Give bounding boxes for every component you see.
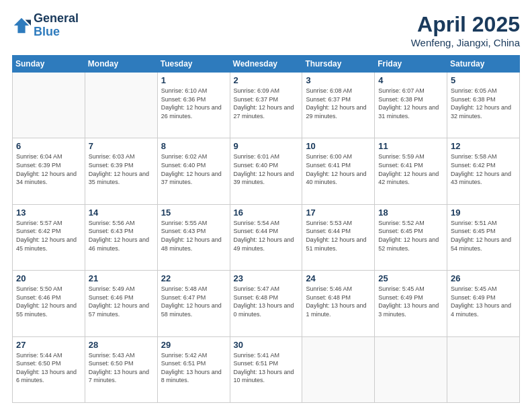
- calendar-location: Wenfeng, Jiangxi, China: [411, 37, 520, 48]
- calendar-cell: 13Sunrise: 5:57 AM Sunset: 6:42 PM Dayli…: [13, 204, 85, 270]
- calendar-cell: [447, 336, 520, 402]
- day-info: Sunrise: 5:49 AM Sunset: 6:46 PM Dayligh…: [89, 285, 154, 318]
- calendar-week-2: 6Sunrise: 6:04 AM Sunset: 6:39 PM Daylig…: [13, 138, 520, 204]
- day-info: Sunrise: 5:55 AM Sunset: 6:43 PM Dayligh…: [161, 219, 226, 253]
- calendar-week-4: 20Sunrise: 5:50 AM Sunset: 6:46 PM Dayli…: [13, 271, 520, 336]
- day-number: 21: [89, 273, 154, 283]
- calendar-cell: 22Sunrise: 5:48 AM Sunset: 6:47 PM Dayli…: [157, 271, 230, 336]
- day-number: 5: [451, 75, 516, 85]
- day-number: 7: [89, 141, 154, 151]
- calendar-cell: 7Sunrise: 6:03 AM Sunset: 6:39 PM Daylig…: [85, 138, 157, 204]
- calendar-cell: 23Sunrise: 5:47 AM Sunset: 6:48 PM Dayli…: [230, 271, 302, 336]
- day-info: Sunrise: 5:44 AM Sunset: 6:50 PM Dayligh…: [16, 351, 81, 385]
- calendar-cell: 14Sunrise: 5:56 AM Sunset: 6:43 PM Dayli…: [85, 204, 157, 270]
- day-number: 12: [451, 141, 516, 151]
- col-wednesday: Wednesday: [230, 56, 302, 73]
- day-number: 18: [378, 208, 443, 218]
- calendar-cell: 20Sunrise: 5:50 AM Sunset: 6:46 PM Dayli…: [13, 271, 85, 336]
- calendar-cell: 15Sunrise: 5:55 AM Sunset: 6:43 PM Dayli…: [157, 204, 230, 270]
- day-number: 24: [306, 273, 371, 283]
- day-number: 29: [161, 340, 226, 350]
- calendar-week-3: 13Sunrise: 5:57 AM Sunset: 6:42 PM Dayli…: [13, 204, 520, 270]
- day-number: 27: [16, 340, 81, 350]
- calendar-cell: 8Sunrise: 6:02 AM Sunset: 6:40 PM Daylig…: [157, 138, 230, 204]
- day-number: 17: [306, 208, 371, 218]
- day-number: 10: [306, 141, 371, 151]
- day-number: 11: [378, 141, 443, 151]
- header: General Blue April 2025 Wenfeng, Jiangxi…: [12, 12, 520, 48]
- day-info: Sunrise: 5:59 AM Sunset: 6:41 PM Dayligh…: [378, 152, 443, 186]
- day-number: 23: [234, 273, 299, 283]
- calendar-cell: 29Sunrise: 5:42 AM Sunset: 6:51 PM Dayli…: [157, 336, 230, 402]
- day-number: 22: [161, 273, 226, 283]
- day-number: 2: [234, 75, 299, 85]
- calendar-cell: 24Sunrise: 5:46 AM Sunset: 6:48 PM Dayli…: [302, 271, 375, 336]
- day-info: Sunrise: 5:46 AM Sunset: 6:48 PM Dayligh…: [306, 285, 371, 318]
- calendar-cell: 16Sunrise: 5:54 AM Sunset: 6:44 PM Dayli…: [230, 204, 302, 270]
- day-info: Sunrise: 6:04 AM Sunset: 6:39 PM Dayligh…: [16, 152, 81, 186]
- calendar-cell: 21Sunrise: 5:49 AM Sunset: 6:46 PM Dayli…: [85, 271, 157, 336]
- calendar-header-row: Sunday Monday Tuesday Wednesday Thursday…: [13, 56, 520, 73]
- title-block: April 2025 Wenfeng, Jiangxi, China: [411, 12, 520, 48]
- day-info: Sunrise: 6:01 AM Sunset: 6:40 PM Dayligh…: [234, 152, 299, 186]
- calendar-cell: [302, 336, 375, 402]
- calendar-cell: 25Sunrise: 5:45 AM Sunset: 6:49 PM Dayli…: [375, 271, 447, 336]
- day-number: 28: [89, 340, 154, 350]
- day-info: Sunrise: 5:43 AM Sunset: 6:50 PM Dayligh…: [89, 351, 154, 385]
- day-number: 20: [16, 273, 81, 283]
- calendar-cell: 9Sunrise: 6:01 AM Sunset: 6:40 PM Daylig…: [230, 138, 302, 204]
- day-number: 6: [16, 141, 81, 151]
- calendar-cell: 11Sunrise: 5:59 AM Sunset: 6:41 PM Dayli…: [375, 138, 447, 204]
- calendar-cell: 5Sunrise: 6:05 AM Sunset: 6:38 PM Daylig…: [447, 73, 520, 138]
- calendar-cell: 4Sunrise: 6:07 AM Sunset: 6:38 PM Daylig…: [375, 73, 447, 138]
- day-info: Sunrise: 6:09 AM Sunset: 6:37 PM Dayligh…: [234, 87, 299, 120]
- col-sunday: Sunday: [13, 56, 85, 73]
- day-number: 26: [451, 273, 516, 283]
- calendar-table: Sunday Monday Tuesday Wednesday Thursday…: [12, 55, 520, 403]
- day-number: 25: [378, 273, 443, 283]
- logo: General Blue: [12, 12, 79, 39]
- calendar-cell: 2Sunrise: 6:09 AM Sunset: 6:37 PM Daylig…: [230, 73, 302, 138]
- day-number: 9: [234, 141, 299, 151]
- col-monday: Monday: [85, 56, 157, 73]
- calendar-cell: 12Sunrise: 5:58 AM Sunset: 6:42 PM Dayli…: [447, 138, 520, 204]
- calendar-title: April 2025: [411, 12, 520, 37]
- day-info: Sunrise: 5:48 AM Sunset: 6:47 PM Dayligh…: [161, 285, 226, 318]
- day-info: Sunrise: 5:45 AM Sunset: 6:49 PM Dayligh…: [378, 285, 443, 318]
- day-info: Sunrise: 6:05 AM Sunset: 6:38 PM Dayligh…: [451, 87, 516, 120]
- col-saturday: Saturday: [447, 56, 520, 73]
- calendar-cell: [85, 73, 157, 138]
- day-info: Sunrise: 5:42 AM Sunset: 6:51 PM Dayligh…: [161, 351, 226, 385]
- day-number: 19: [451, 208, 516, 218]
- day-info: Sunrise: 5:54 AM Sunset: 6:44 PM Dayligh…: [234, 219, 299, 253]
- logo-text: General Blue: [34, 12, 79, 39]
- calendar-cell: 28Sunrise: 5:43 AM Sunset: 6:50 PM Dayli…: [85, 336, 157, 402]
- calendar-cell: 1Sunrise: 6:10 AM Sunset: 6:36 PM Daylig…: [157, 73, 230, 138]
- day-info: Sunrise: 6:03 AM Sunset: 6:39 PM Dayligh…: [89, 152, 154, 186]
- day-info: Sunrise: 6:02 AM Sunset: 6:40 PM Dayligh…: [161, 152, 226, 186]
- calendar-cell: [375, 336, 447, 402]
- day-number: 30: [234, 340, 299, 350]
- day-info: Sunrise: 5:41 AM Sunset: 6:51 PM Dayligh…: [234, 351, 299, 385]
- day-number: 8: [161, 141, 226, 151]
- col-friday: Friday: [375, 56, 447, 73]
- calendar-cell: 26Sunrise: 5:45 AM Sunset: 6:49 PM Dayli…: [447, 271, 520, 336]
- col-thursday: Thursday: [302, 56, 375, 73]
- day-info: Sunrise: 5:45 AM Sunset: 6:49 PM Dayligh…: [451, 285, 516, 318]
- calendar-cell: 17Sunrise: 5:53 AM Sunset: 6:44 PM Dayli…: [302, 204, 375, 270]
- calendar-cell: 27Sunrise: 5:44 AM Sunset: 6:50 PM Dayli…: [13, 336, 85, 402]
- day-number: 16: [234, 208, 299, 218]
- calendar-cell: 30Sunrise: 5:41 AM Sunset: 6:51 PM Dayli…: [230, 336, 302, 402]
- calendar-cell: 18Sunrise: 5:52 AM Sunset: 6:45 PM Dayli…: [375, 204, 447, 270]
- calendar-cell: 19Sunrise: 5:51 AM Sunset: 6:45 PM Dayli…: [447, 204, 520, 270]
- logo-blue-text: Blue: [34, 26, 79, 39]
- day-number: 3: [306, 75, 371, 85]
- calendar-cell: 3Sunrise: 6:08 AM Sunset: 6:37 PM Daylig…: [302, 73, 375, 138]
- day-info: Sunrise: 5:50 AM Sunset: 6:46 PM Dayligh…: [16, 285, 81, 318]
- day-info: Sunrise: 5:58 AM Sunset: 6:42 PM Dayligh…: [451, 152, 516, 186]
- day-info: Sunrise: 5:51 AM Sunset: 6:45 PM Dayligh…: [451, 219, 516, 253]
- day-info: Sunrise: 6:00 AM Sunset: 6:41 PM Dayligh…: [306, 152, 371, 186]
- page: General Blue April 2025 Wenfeng, Jiangxi…: [0, 0, 532, 411]
- calendar-cell: 10Sunrise: 6:00 AM Sunset: 6:41 PM Dayli…: [302, 138, 375, 204]
- col-tuesday: Tuesday: [157, 56, 230, 73]
